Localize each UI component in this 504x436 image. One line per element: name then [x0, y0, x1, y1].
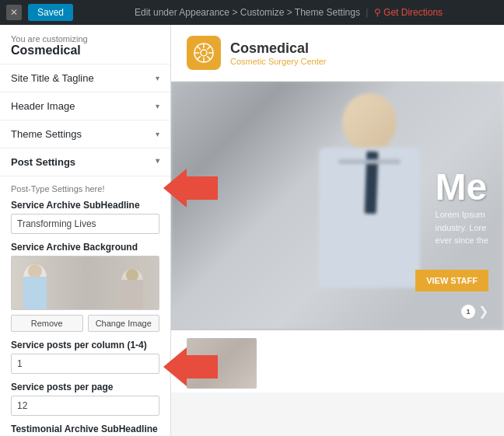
post-type-note: Post-Type Settings here! [11, 184, 159, 194]
per-page-label: Service posts per page [11, 382, 159, 392]
background-label: Service Archive Background [11, 242, 159, 253]
hero-dot-1[interactable]: 1 [461, 305, 475, 319]
red-arrow-per-column [163, 347, 218, 386]
chevron-down-icon: ▾ [156, 74, 159, 82]
svg-line-10 [207, 47, 210, 50]
subheadline-label: Service Archive SubHeadline [11, 200, 159, 211]
hero-text-block: Me Lorem Ipsum industry. Lore ever since… [436, 166, 488, 247]
background-image-preview [11, 256, 159, 310]
svg-point-3 [201, 50, 207, 56]
svg-marker-1 [163, 347, 218, 386]
per-column-input[interactable] [11, 354, 159, 374]
sidebar-site-name: Cosmedical [11, 44, 159, 58]
close-button[interactable]: ✕ [6, 5, 22, 20]
svg-line-9 [207, 56, 210, 59]
sidebar-item-header-image[interactable]: Header Image ▾ [0, 92, 170, 120]
per-page-input[interactable] [11, 396, 159, 416]
svg-line-11 [198, 56, 201, 59]
view-staff-button[interactable]: VIEW STAFF [415, 270, 488, 291]
sidebar-header: You are customizing Cosmedical [0, 25, 170, 65]
subheadline-field-group: Service Archive SubHeadline [11, 200, 159, 234]
sidebar-item-post-settings[interactable]: Post Settings ▴ [0, 148, 170, 176]
get-directions-link[interactable]: ⚲ Get Directions [374, 7, 443, 18]
chevron-up-icon: ▴ [156, 158, 159, 166]
preview-bottom [171, 330, 504, 392]
hero-lorem: Lorem Ipsum industry. Lore ever since th… [436, 208, 488, 247]
testimonial-field-group: Testimonial Archive SubHeadline [11, 424, 159, 436]
remove-image-button[interactable]: Remove [11, 315, 83, 332]
preview-site-title: Cosmedical [230, 40, 327, 57]
preview-site: Cosmedical Cosmetic Surgery Center [171, 25, 504, 436]
preview-header: Cosmedical Cosmetic Surgery Center [171, 25, 504, 82]
breadcrumb: Edit under Appearance > Customize > Them… [79, 7, 498, 18]
preview-panel: Cosmedical Cosmetic Surgery Center [171, 25, 504, 436]
hero-heading: Me [436, 166, 488, 208]
testimonial-label: Testimonial Archive SubHeadline [11, 424, 159, 434]
saved-button[interactable]: Saved [28, 4, 73, 21]
preview-hero: Me Lorem Ipsum industry. Lore ever since… [171, 82, 504, 330]
red-arrow-post-settings [163, 169, 218, 208]
post-settings-panel: Post-Type Settings here! Service Archive… [0, 176, 170, 436]
topbar: ✕ Saved Edit under Appearance > Customiz… [0, 0, 504, 25]
sidebar-item-site-title[interactable]: Site Title & Tagline ▾ [0, 65, 170, 92]
per-column-label: Service posts per column (1-4) [11, 340, 159, 351]
background-field-group: Service Archive Background [11, 242, 159, 332]
svg-marker-0 [163, 169, 218, 208]
svg-line-8 [198, 47, 201, 50]
preview-site-info: Cosmedical Cosmetic Surgery Center [230, 40, 327, 66]
sidebar-theme-prefix: You are customizing [11, 34, 159, 44]
preview-site-tagline: Cosmetic Surgery Center [230, 57, 327, 66]
chevron-down-icon: ▾ [156, 130, 159, 138]
chevron-down-icon: ▾ [156, 102, 159, 110]
hero-dots: 1 ❯ [461, 304, 488, 319]
per-page-field-group: Service posts per page [11, 382, 159, 416]
preview-logo [187, 36, 221, 70]
change-image-button[interactable]: Change Image [88, 315, 160, 332]
per-column-field-group: Service posts per column (1-4) [11, 340, 159, 374]
hero-next-icon[interactable]: ❯ [478, 304, 488, 319]
sidebar-item-theme-settings[interactable]: Theme Settings ▾ [0, 120, 170, 148]
sidebar: You are customizing Cosmedical Site Titl… [0, 25, 171, 436]
image-buttons: Remove Change Image [11, 315, 159, 332]
subheadline-input[interactable] [11, 214, 159, 234]
